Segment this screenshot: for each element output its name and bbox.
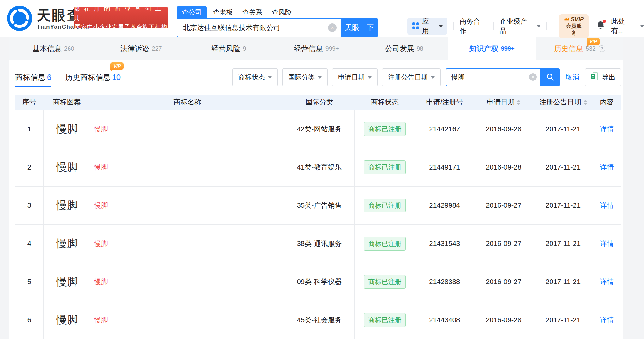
crown-icon [564, 16, 569, 23]
top-header: 天眼查 TianYanCha.com 都 在 用 的 商 业 查 询 工 具 国… [0, 0, 644, 37]
nav-tab[interactable]: VIP 历史信息 532 ? [536, 37, 623, 60]
filter-dropdown[interactable]: 注册公告日期 [382, 68, 441, 86]
chevron-down-icon [439, 25, 443, 27]
detail-link[interactable]: 详情 [600, 124, 614, 134]
nav-tab[interactable]: 公司发展 98 [360, 37, 448, 60]
status-badge: 商标已注册 [364, 313, 406, 327]
column-header[interactable]: 申请日期 [474, 95, 533, 110]
clear-icon[interactable]: × [328, 23, 337, 32]
status-badge: 商标已注册 [364, 122, 406, 136]
cancel-link[interactable]: 取消 [565, 73, 579, 82]
detail-link[interactable]: 详情 [600, 315, 614, 325]
trademark-name: 慢脚 [94, 201, 108, 210]
sort-icon[interactable] [583, 100, 587, 105]
table-row: 4 慢脚 慢脚 38类-通讯服务 商标已注册 21431543 2016-09-… [15, 225, 621, 263]
nav-tab[interactable]: 基本信息 260 [9, 37, 97, 60]
company-search-input[interactable] [177, 18, 341, 37]
nav-tab[interactable]: 法律诉讼 227 [97, 37, 185, 60]
nav-business-coop[interactable]: 商务合作 [460, 17, 487, 36]
table-row: 3 慢脚 慢脚 35类-广告销售 商标已注册 21429984 2016-09-… [15, 187, 621, 225]
filter-dropdown[interactable]: 申请日期 [332, 68, 378, 86]
nav-tab[interactable]: 经营风险 9 [185, 37, 273, 60]
nav-enterprise-products[interactable]: 企业级产品 [500, 17, 541, 36]
tianyancha-logo-icon [7, 6, 32, 32]
column-header[interactable]: 注册公告日期 [533, 95, 593, 110]
filter-dropdown[interactable]: 商标状态 [232, 68, 278, 86]
column-header[interactable]: 商标图案 [43, 95, 91, 110]
reg-number: 21428388 [415, 263, 474, 301]
trademark-image: 慢脚 [56, 275, 78, 289]
export-button[interactable]: 导出 [585, 68, 621, 86]
search-scope-tab[interactable]: 查风险 [272, 6, 292, 18]
search-icon [546, 73, 554, 82]
subtab-history-trademark-info[interactable]: VIP 历史商标信息 10 [65, 68, 121, 87]
intl-class: 35类-广告销售 [284, 187, 355, 224]
main-nav-tabs: 基本信息 260 法律诉讼 227 经营风险 9 经营信息 999+ 公司发展 … [9, 37, 623, 60]
trademark-name: 慢脚 [94, 163, 108, 172]
notification-bell[interactable] [596, 21, 605, 32]
apply-date: 2016-09-27 [474, 225, 533, 263]
main-container: 基本信息 260 法律诉讼 227 经营风险 9 经营信息 999+ 公司发展 … [9, 37, 623, 339]
notification-dot [603, 20, 606, 23]
column-header[interactable]: 国际分类 [284, 95, 355, 110]
filter-dropdown[interactable]: 国际分类 [282, 68, 328, 86]
user-menu[interactable]: 此处有... [611, 17, 644, 36]
table-row: 6 慢脚 慢脚 45类-社会服务 商标已注册 21443408 2016-09-… [15, 301, 621, 339]
subtab-trademark-info[interactable]: 商标信息 6 [15, 68, 51, 87]
filter-group: 商标状态 国际分类 申请日期 注册公告日期 [228, 68, 441, 86]
reg-number: 21449171 [415, 148, 474, 186]
chevron-down-icon [268, 76, 272, 79]
chevron-down-icon [537, 25, 540, 27]
table-row: 1 慢脚 慢脚 42类-网站服务 商标已注册 21442167 2016-09-… [15, 110, 621, 148]
trademark-keyword-input[interactable] [446, 68, 540, 86]
intl-class: 41类-教育娱乐 [284, 148, 355, 186]
detail-link[interactable]: 详情 [600, 239, 614, 248]
column-header[interactable]: 商标状态 [355, 95, 415, 110]
clear-icon[interactable]: × [529, 73, 537, 81]
row-serial: 1 [15, 110, 44, 148]
pub-date: 2017-11-21 [533, 301, 593, 339]
row-serial: 3 [15, 187, 44, 224]
apps-menu-button[interactable]: 应用 [407, 18, 447, 35]
column-header[interactable]: 商标名称 [91, 95, 284, 110]
column-header[interactable]: 序号 [15, 95, 43, 110]
column-header[interactable]: 申请/注册号 [415, 95, 474, 110]
reg-number: 21431543 [415, 225, 474, 263]
reg-number: 21442167 [415, 110, 474, 148]
detail-link[interactable]: 详情 [600, 277, 614, 287]
pub-date: 2017-11-21 [533, 187, 593, 224]
detail-link[interactable]: 详情 [600, 163, 614, 172]
trademark-search: × [446, 68, 560, 86]
nav-tab[interactable]: 经营信息 999+ [273, 37, 361, 60]
pub-date: 2017-11-21 [533, 263, 593, 301]
row-serial: 6 [15, 301, 44, 339]
intl-class: 38类-通讯服务 [284, 225, 355, 263]
help-icon[interactable]: ? [599, 45, 605, 52]
search-scope-tab[interactable]: 查公司 [177, 6, 207, 18]
trademark-name: 慢脚 [94, 315, 108, 325]
table-row: 5 慢脚 慢脚 09类-科学仪器 商标已注册 21428388 2016-09-… [15, 263, 621, 301]
sort-icon[interactable] [517, 100, 521, 105]
column-header[interactable]: 内容 [593, 95, 621, 110]
table-row: 2 慢脚 慢脚 41类-教育娱乐 商标已注册 21449171 2016-09-… [15, 148, 621, 187]
trademark-subtabs: 商标信息 6 VIP 历史商标信息 10 [15, 68, 134, 87]
search-scope-tab[interactable]: 查关系 [242, 6, 262, 18]
svip-member-button[interactable]: SVIP 会员服务 [559, 14, 589, 38]
row-serial: 2 [15, 148, 44, 186]
chevron-down-icon [640, 25, 644, 27]
search-submit-button[interactable]: 天眼一下 [341, 18, 378, 37]
nav-tab[interactable]: 知识产权 999+ [448, 37, 536, 60]
trademark-image: 慢脚 [56, 198, 78, 213]
trademark-search-button[interactable] [540, 68, 560, 86]
search-scope-tab[interactable]: 查老板 [213, 6, 233, 18]
tab-count: 999+ [325, 45, 339, 52]
trademark-toolbar: 商标信息 6 VIP 历史商标信息 10 商标状态 国际分类 申请日期 注册公告… [15, 68, 621, 87]
reg-number: 21443408 [415, 301, 474, 339]
status-badge: 商标已注册 [364, 275, 406, 289]
trademark-image: 慢脚 [56, 160, 78, 175]
status-badge: 商标已注册 [364, 199, 406, 212]
vip-badge: VIP [587, 38, 600, 45]
search-tabs: 查公司 查老板 查关系 查风险 [177, 6, 378, 18]
trademark-name: 慢脚 [94, 124, 108, 134]
detail-link[interactable]: 详情 [600, 201, 614, 210]
